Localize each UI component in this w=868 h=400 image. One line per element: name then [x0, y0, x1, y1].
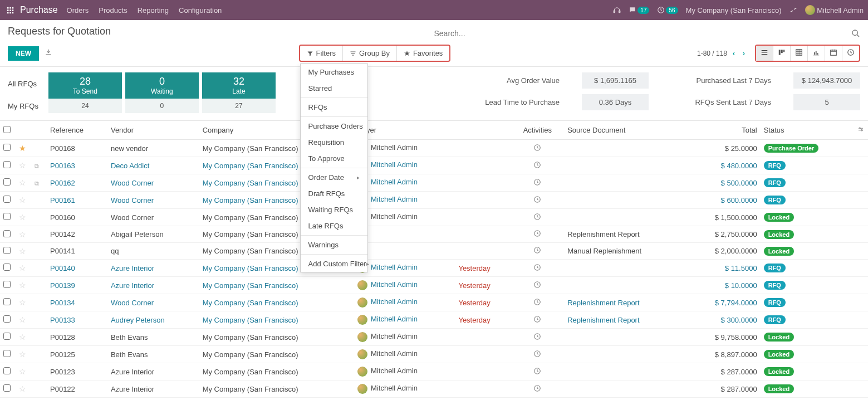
cell-activity[interactable]: [511, 346, 564, 363]
filter-item-starred[interactable]: Starred: [301, 80, 367, 96]
copy-icon[interactable]: ⧉: [35, 180, 39, 187]
star-icon[interactable]: ☆: [19, 178, 26, 187]
star-icon[interactable]: ★: [19, 144, 26, 153]
row-checkbox[interactable]: [3, 213, 11, 220]
chat-icon[interactable]: 17: [629, 6, 649, 14]
table-row[interactable]: ☆P00142Abigail PetersonMy Company (San F…: [0, 226, 868, 243]
cell-activity[interactable]: [511, 398, 564, 401]
favorites-button[interactable]: Favorites: [396, 46, 449, 61]
row-checkbox[interactable]: [3, 315, 11, 323]
table-row[interactable]: ★P00168new vendorMy Company (San Francis…: [0, 140, 868, 157]
view-graph-icon[interactable]: [807, 46, 825, 61]
table-row[interactable]: ☆P00128Beth EvansMy Company (San Francis…: [0, 329, 868, 346]
row-checkbox[interactable]: [3, 230, 11, 237]
row-checkbox[interactable]: [3, 384, 11, 392]
view-calendar-icon[interactable]: [825, 46, 842, 61]
col-reference[interactable]: Reference: [47, 121, 107, 140]
cell-activity[interactable]: [511, 260, 564, 277]
col-status[interactable]: Status: [761, 121, 854, 140]
col-source[interactable]: Source Document: [564, 121, 686, 140]
star-icon[interactable]: ☆: [19, 384, 26, 393]
menu-reporting[interactable]: Reporting: [138, 6, 169, 14]
row-checkbox[interactable]: [3, 281, 11, 288]
menu-orders[interactable]: Orders: [67, 6, 89, 14]
cell-activity[interactable]: [511, 311, 564, 329]
company-switcher[interactable]: My Company (San Francisco): [686, 6, 782, 14]
tile-to-send[interactable]: 28To Send24: [48, 72, 122, 113]
row-checkbox[interactable]: [3, 350, 11, 357]
table-row[interactable]: ☆P00133Audrey PetersonMy Company (San Fr…: [0, 311, 868, 329]
cell-activity[interactable]: [511, 243, 564, 260]
row-checkbox[interactable]: [3, 333, 11, 340]
filter-item-requisition[interactable]: Requisition: [301, 134, 367, 150]
table-row[interactable]: ☆P00140Azure InteriorMy Company (San Fra…: [0, 260, 868, 277]
column-options-icon[interactable]: [854, 121, 868, 140]
table-row[interactable]: ☆⧉P00162Wood CornerMy Company (San Franc…: [0, 174, 868, 192]
search-input[interactable]: [434, 26, 861, 41]
my-rfqs-label[interactable]: My RFQs: [8, 95, 38, 117]
filter-item-late-rfqs[interactable]: Late RFQs: [301, 218, 367, 234]
view-kanban-icon[interactable]: [773, 46, 790, 61]
star-icon[interactable]: ☆: [19, 213, 26, 222]
filter-item-draft-rfqs[interactable]: Draft RFQs: [301, 186, 367, 202]
search-icon[interactable]: [851, 29, 860, 40]
debug-icon[interactable]: [789, 6, 797, 14]
row-checkbox[interactable]: [3, 161, 11, 168]
cell-activity[interactable]: [511, 174, 564, 192]
view-list-icon[interactable]: [756, 46, 773, 61]
col-total[interactable]: Total: [686, 121, 761, 140]
filters-button[interactable]: Filters: [300, 46, 342, 61]
filter-item-to-approve[interactable]: To Approve: [301, 150, 367, 167]
cell-activity[interactable]: [511, 157, 564, 174]
copy-icon[interactable]: ⧉: [35, 163, 39, 169]
star-icon[interactable]: ☆: [19, 350, 26, 359]
row-checkbox[interactable]: [3, 144, 11, 151]
user-menu[interactable]: Mitchell Admin: [805, 5, 864, 15]
apps-icon[interactable]: [7, 6, 16, 14]
pager-next[interactable]: ›: [741, 50, 747, 57]
star-icon[interactable]: ☆: [19, 196, 26, 204]
pager-prev[interactable]: ‹: [730, 50, 737, 57]
col-activities[interactable]: Activities: [511, 121, 564, 140]
view-pivot-icon[interactable]: [790, 46, 807, 61]
table-row[interactable]: ☆P00141qqMy Company (San Francisco)Manua…: [0, 243, 868, 260]
tile-late[interactable]: 32Late27: [202, 72, 276, 113]
table-row[interactable]: ☆P00161Wood CornerMy Company (San Franci…: [0, 192, 868, 209]
star-icon[interactable]: ☆: [19, 298, 26, 307]
app-brand[interactable]: Purchase: [20, 5, 58, 15]
filter-item-my-purchases[interactable]: My Purchases: [301, 64, 367, 80]
filter-item-order-date[interactable]: Order Date▸: [301, 169, 367, 186]
table-row[interactable]: ☆P00134Wood CornerMy Company (San Franci…: [0, 294, 868, 311]
filter-item-warnings[interactable]: Warnings: [301, 237, 367, 253]
new-button[interactable]: NEW: [8, 46, 39, 61]
filter-item-purchase-orders[interactable]: Purchase Orders: [301, 118, 367, 134]
star-icon[interactable]: ☆: [19, 281, 26, 290]
table-row[interactable]: ☆⧉P00163Deco AddictMy Company (San Franc…: [0, 157, 868, 174]
select-all-checkbox[interactable]: [3, 126, 11, 133]
filter-item-add-custom-filter[interactable]: Add Custom Filter▸: [301, 256, 367, 272]
row-checkbox[interactable]: [3, 264, 11, 271]
row-checkbox[interactable]: [3, 298, 11, 305]
star-icon[interactable]: ☆: [19, 247, 26, 256]
view-activity-icon[interactable]: [842, 46, 859, 61]
menu-products[interactable]: Products: [99, 6, 127, 14]
star-icon[interactable]: ☆: [19, 333, 26, 342]
groupby-button[interactable]: Group By: [342, 46, 396, 61]
filter-item-rfqs[interactable]: RFQs: [301, 99, 367, 115]
table-row[interactable]: ☆P00160Wood CornerMy Company (San Franci…: [0, 209, 868, 226]
cell-activity[interactable]: [511, 192, 564, 209]
star-icon[interactable]: ☆: [19, 264, 26, 272]
activity-icon[interactable]: 56: [657, 6, 678, 14]
table-row[interactable]: ☆P00125Beth EvansMy Company (San Francis…: [0, 346, 868, 363]
cell-activity[interactable]: [511, 363, 564, 381]
col-buyer[interactable]: Buyer: [354, 121, 455, 140]
cell-activity[interactable]: [511, 381, 564, 398]
support-icon[interactable]: [613, 6, 621, 14]
star-icon[interactable]: ☆: [19, 230, 26, 239]
filter-item-waiting-rfqs[interactable]: Waiting RFQs: [301, 202, 367, 218]
cell-activity[interactable]: [511, 329, 564, 346]
star-icon[interactable]: ☆: [19, 161, 26, 170]
row-checkbox[interactable]: [3, 247, 11, 254]
table-row[interactable]: ☆P00123Azure InteriorMy Company (San Fra…: [0, 363, 868, 381]
col-vendor[interactable]: Vendor: [107, 121, 199, 140]
